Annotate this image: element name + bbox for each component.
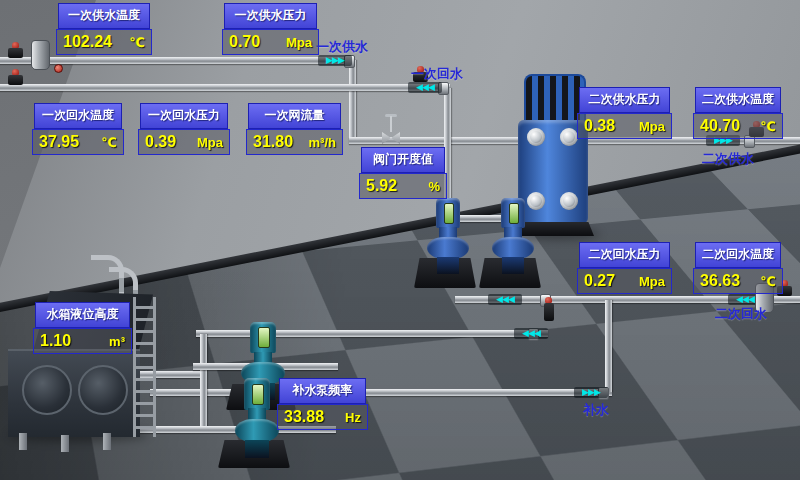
panel-title: 一次网流量: [248, 103, 341, 129]
panel-primary-return-pressure: 一次回水压力 0.39Mpa: [138, 103, 230, 155]
pump-foot: [245, 440, 269, 458]
pump-indicator-window: [509, 203, 520, 223]
hx-port: [560, 192, 578, 210]
tank-leg: [103, 433, 111, 450]
pipe-makeup-line: [150, 389, 612, 396]
tank-ladder: [133, 297, 156, 437]
pump-foot: [502, 257, 525, 274]
panel-secondary-return-temp: 二次回水温度 36.63℃: [693, 242, 783, 294]
panel-value: 0.39Mpa: [138, 129, 230, 155]
pipe-label-makeup: 补水: [583, 401, 609, 419]
makeup-pump-2[interactable]: [234, 378, 280, 458]
panel-title: 二次供水温度: [695, 87, 781, 113]
panel-valve-opening: 阀门开度值 5.92%: [359, 147, 447, 199]
shutoff-valve[interactable]: [544, 303, 554, 321]
pipe-label-primary-supply: 一次供水: [316, 38, 368, 56]
panel-title: 一次供水温度: [58, 3, 150, 29]
panel-title: 二次回水压力: [579, 242, 670, 268]
panel-primary-supply-pressure: 一次供水压力 0.70Mpa: [222, 3, 319, 55]
panel-secondary-supply-temp: 二次供水温度 40.70℃: [693, 87, 783, 139]
tank-leg: [61, 435, 69, 452]
pump-indicator-window: [258, 327, 269, 348]
panel-title: 二次回水温度: [695, 242, 781, 268]
panel-tank-level: 水箱液位高度 1.10m³: [33, 302, 132, 354]
pipe-primary-return: [0, 84, 450, 91]
panel-value: 102.24℃: [56, 29, 152, 55]
tank-leg: [19, 433, 27, 450]
panel-title: 补水泵频率: [279, 378, 366, 404]
panel-value: 1.10m³: [33, 328, 132, 354]
panel-title: 一次回水温度: [34, 103, 122, 129]
pipe-primary-supply: [0, 57, 352, 64]
panel-value: 5.92%: [359, 173, 447, 199]
pump-foot: [437, 257, 460, 274]
panel-value: 36.63℃: [693, 268, 783, 294]
panel-primary-return-temp: 一次回水温度 37.95℃: [32, 103, 124, 155]
shutoff-valve[interactable]: [8, 75, 23, 85]
panel-primary-supply-temp: 一次供水温度 102.24℃: [56, 3, 152, 55]
pump-indicator-window: [444, 203, 455, 223]
panel-value: 37.95℃: [32, 129, 124, 155]
panel-value: 0.70Mpa: [222, 29, 319, 55]
panel-value: 40.70℃: [693, 113, 783, 139]
circulation-pump-2[interactable]: [491, 198, 535, 274]
tank-front-face: [8, 349, 140, 437]
panel-title: 水箱液位高度: [35, 302, 130, 328]
panel-value: 31.80m³/h: [246, 129, 343, 155]
panel-title: 一次供水压力: [224, 3, 317, 29]
panel-makeup-pump-freq: 补水泵频率 33.88Hz: [277, 378, 368, 430]
flow-arrows-icon: ◀◀◀: [514, 328, 548, 339]
tank-manhole: [78, 365, 128, 415]
pump-volute: [427, 237, 469, 259]
circulation-pump-1[interactable]: [426, 198, 470, 274]
panel-secondary-return-pressure: 二次回水压力 0.27Mpa: [577, 242, 672, 294]
pipe-makeup-riser: [605, 300, 612, 392]
pump-indicator-window: [252, 384, 263, 405]
panel-primary-flow: 一次网流量 31.80m³/h: [246, 103, 343, 155]
flow-arrows-icon: ◀◀◀: [488, 294, 522, 305]
strainer-filter: [31, 40, 50, 70]
pipe-label-secondary-return: 二次回水: [715, 305, 767, 323]
panel-title: 阀门开度值: [361, 147, 445, 173]
hmi-heating-station-screen: ▶▶▶ ◀◀◀ ▶▶▶ ◀◀◀ ◀◀◀ ◀◀◀ ▶▶▶: [0, 0, 800, 480]
hx-port: [560, 128, 578, 146]
pump-volute: [492, 237, 534, 259]
pump-volute: [235, 419, 279, 442]
pipe-label-secondary-supply: 二次供水: [702, 150, 754, 168]
panel-value: 33.88Hz: [277, 404, 368, 430]
pipe-primary-supply-drop: [349, 60, 356, 140]
hx-port: [527, 128, 545, 146]
panel-value: 0.27Mpa: [577, 268, 672, 294]
panel-title: 一次回水压力: [140, 103, 228, 129]
pipe-tank-drop: [200, 334, 207, 432]
pipe-label-primary-return: 一次回水: [411, 65, 463, 83]
flow-arrows-icon: ◀◀◀: [408, 82, 442, 93]
panel-secondary-supply-pressure: 二次供水压力 0.38Mpa: [577, 87, 672, 139]
tank-manhole: [22, 365, 72, 415]
flow-arrows-icon: ▶▶▶: [574, 387, 608, 398]
flow-arrows-icon: ▶▶▶: [318, 55, 352, 66]
control-valve-stem: [390, 116, 392, 132]
pressure-gauge-icon: [54, 64, 63, 73]
panel-value: 0.38Mpa: [577, 113, 672, 139]
shutoff-valve[interactable]: [8, 48, 23, 58]
panel-title: 二次供水压力: [579, 87, 670, 113]
